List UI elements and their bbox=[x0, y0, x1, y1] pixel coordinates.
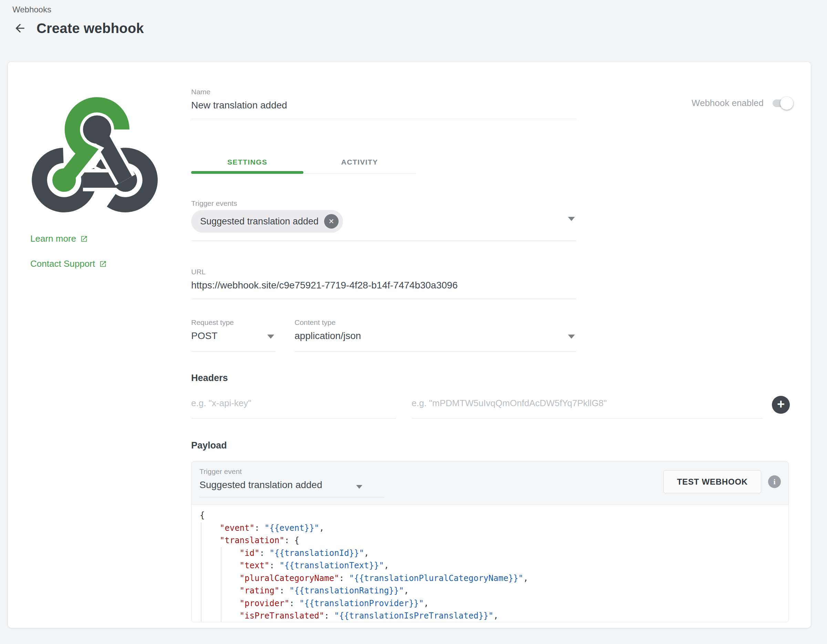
url-label: URL bbox=[191, 268, 576, 276]
external-link-icon bbox=[80, 235, 88, 243]
request-type-select[interactable]: Request type POST bbox=[191, 318, 276, 352]
main-column: Name New translation added Webhook enabl… bbox=[191, 62, 811, 628]
request-type-label: Request type bbox=[191, 318, 276, 327]
tab-activity[interactable]: ACTIVITY bbox=[303, 151, 416, 173]
contact-support-link[interactable]: Contact Support bbox=[30, 258, 107, 269]
back-arrow-icon bbox=[13, 22, 27, 35]
content-type-label: Content type bbox=[295, 318, 576, 327]
learn-more-link[interactable]: Learn more bbox=[30, 233, 88, 244]
tab-bar: SETTINGS ACTIVITY bbox=[191, 151, 416, 174]
trigger-event-chip[interactable]: Suggested translation added ✕ bbox=[191, 210, 343, 233]
payload-trigger-event-label: Trigger event bbox=[200, 467, 384, 476]
webhook-enabled-toggle[interactable] bbox=[772, 100, 790, 107]
url-field[interactable]: URL https://webhook.site/c9e75921-7719-4… bbox=[191, 268, 576, 299]
external-link-icon bbox=[99, 260, 107, 268]
add-header-button[interactable]: + bbox=[772, 396, 790, 414]
content-type-value: application/json bbox=[295, 330, 576, 342]
payload-panel-header: Trigger event Suggested translation adde… bbox=[192, 462, 788, 504]
chevron-down-icon bbox=[568, 334, 575, 339]
trigger-events-label: Trigger events bbox=[191, 199, 576, 208]
name-label: Name bbox=[191, 87, 576, 96]
chevron-down-icon bbox=[356, 485, 362, 489]
chevron-down-icon bbox=[267, 334, 274, 339]
contact-support-label: Contact Support bbox=[30, 258, 95, 269]
indent-guide bbox=[221, 547, 222, 622]
left-column: Learn more Contact Support bbox=[8, 62, 191, 628]
header-value-input[interactable] bbox=[412, 398, 763, 418]
payload-trigger-event-select[interactable]: Trigger event Suggested translation adde… bbox=[200, 467, 384, 497]
name-field[interactable]: Name New translation added bbox=[191, 87, 576, 119]
request-type-value: POST bbox=[191, 330, 276, 342]
webhook-logo bbox=[24, 90, 165, 219]
breadcrumb[interactable]: Webhooks bbox=[12, 5, 827, 14]
test-webhook-button[interactable]: TEST WEBHOOK bbox=[663, 470, 761, 493]
back-button[interactable] bbox=[12, 21, 28, 36]
tab-settings[interactable]: SETTINGS bbox=[191, 151, 303, 173]
page-title: Create webhook bbox=[36, 21, 144, 36]
url-value[interactable]: https://webhook.site/c9e75921-7719-4f28-… bbox=[191, 280, 576, 291]
payload-code[interactable]: { "event": "{{event}}", "translation": {… bbox=[200, 509, 788, 622]
header-key-input[interactable] bbox=[191, 398, 396, 418]
payload-panel: Trigger event Suggested translation adde… bbox=[191, 461, 789, 622]
chip-remove-button[interactable]: ✕ bbox=[324, 214, 339, 229]
active-tab-indicator bbox=[191, 171, 303, 174]
payload-title: Payload bbox=[191, 440, 790, 451]
headers-title: Headers bbox=[191, 372, 790, 383]
learn-more-label: Learn more bbox=[30, 233, 76, 244]
webhook-form-card: Learn more Contact Support Name bbox=[8, 62, 811, 628]
top-bar: Webhooks Create webhook bbox=[0, 0, 827, 37]
trigger-events-select[interactable]: Trigger events Suggested translation add… bbox=[191, 199, 576, 241]
chevron-down-icon bbox=[568, 217, 575, 221]
chip-label: Suggested translation added bbox=[200, 216, 318, 227]
content-type-select[interactable]: Content type application/json bbox=[295, 318, 576, 352]
name-value[interactable]: New translation added bbox=[191, 100, 576, 111]
payload-code-area[interactable]: { "event": "{{event}}", "translation": {… bbox=[192, 504, 788, 622]
info-icon[interactable]: i bbox=[768, 475, 781, 488]
webhook-enabled-label: Webhook enabled bbox=[692, 98, 764, 109]
indent-guide bbox=[201, 523, 201, 622]
toggle-thumb bbox=[780, 97, 793, 110]
